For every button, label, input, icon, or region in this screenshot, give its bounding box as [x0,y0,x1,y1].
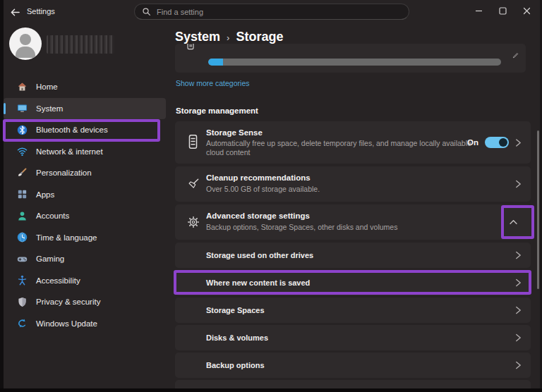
apps-grid-icon [16,188,28,201]
chevron-right-icon [515,306,522,315]
chevron-right-icon [515,278,522,288]
sidebar-nav: Home System [4,76,166,334]
person-icon [16,209,28,222]
sidebar-item-label: System [36,104,63,113]
backup-options-row[interactable]: Backup options [175,353,531,378]
sidebar-item-accounts[interactable]: Accounts [4,205,166,227]
bottom-border [0,388,542,392]
app-title: Settings [27,7,55,16]
sidebar-item-label: Personalization [36,169,92,177]
advanced-storage-settings-row[interactable]: Advanced storage settings Backup options… [175,204,531,240]
accessibility-icon [16,274,28,287]
advanced-title: Advanced storage settings [206,212,310,220]
sidebar-item-gaming[interactable]: Gaming [4,248,166,270]
gamepad-icon [16,252,28,265]
avatar [9,27,42,60]
chevron-right-icon [515,333,522,343]
search-input[interactable] [157,8,402,16]
update-icon [16,317,28,330]
chevron-right-icon [515,138,522,147]
storage-sense-row[interactable]: Storage Sense Automatically free up spac… [175,121,531,164]
main-content: System › Storage Show more categories [169,24,542,388]
storage-sense-title: Storage Sense [206,128,263,137]
back-button[interactable] [8,6,22,18]
chevron-right-icon [515,251,522,260]
sidebar-item-label: Home [36,82,58,91]
user-name-redacted [47,35,114,54]
paintbrush-icon [16,166,28,179]
gear-icon [187,216,200,228]
edit-button[interactable] [507,47,523,62]
maximize-button[interactable] [490,0,514,21]
storage-sense-toggle[interactable] [485,137,509,148]
chevron-right-icon [515,180,522,189]
disks-volumes-row[interactable]: Disks & volumes [175,325,531,350]
cleanup-title: Cleanup recommendations [206,173,311,182]
storage-category-icon [185,44,196,55]
sidebar-item-windows-update[interactable]: Windows Update [4,313,166,335]
sidebar-item-home[interactable]: Home [4,76,166,98]
breadcrumb-parent[interactable]: System [175,30,220,44]
sidebar: Home System [4,24,169,388]
subrow-label: Disks & volumes [206,333,268,342]
storage-sense-icon [187,134,199,149]
sidebar-item-label: Apps [36,190,54,199]
sidebar-item-label: Network & internet [36,147,103,156]
show-more-categories-link[interactable]: Show more categories [176,79,249,87]
left-border [0,0,4,392]
subrow-label: Storage used on other drives [206,251,313,259]
cleanup-recommendations-row[interactable]: Cleanup recommendations Over 5.00 GB of … [175,166,531,202]
storage-usage-bar [208,59,501,66]
section-title: Storage management [176,106,258,115]
minimize-button[interactable] [466,0,490,21]
pencil-icon [512,51,519,59]
storage-other-drives-row[interactable]: Storage used on other drives [175,243,531,268]
sidebar-item-label: Gaming [36,255,64,263]
broom-icon [187,177,200,190]
sidebar-item-network-internet[interactable]: Network & internet [4,141,166,163]
sidebar-item-time-language[interactable]: Time & language [4,227,166,249]
subrow-label: Storage Spaces [206,306,265,314]
storage-usage-fill [208,59,223,66]
window-controls [466,0,538,21]
toggle-knob [499,138,507,147]
sidebar-item-apps[interactable]: Apps [4,184,166,206]
breadcrumb: System › Storage [175,30,283,44]
sidebar-item-label: Privacy & security [36,298,100,306]
sidebar-item-label: Accounts [36,212,69,220]
cleanup-description: Over 5.00 GB of storage available. [206,185,320,194]
subrow-label: Where new content is saved [206,278,310,287]
clock-globe-icon [16,231,28,244]
search-box[interactable] [134,4,409,20]
chevron-up-icon [509,219,518,225]
subrow-label: Backup options [206,361,265,369]
sidebar-item-bluetooth-devices[interactable]: Bluetooth & devices [4,119,166,141]
settings-window: Settings [0,0,542,392]
shield-icon [16,295,28,308]
where-new-content-saved-row[interactable]: Where new content is saved [175,270,531,295]
scrollbar-thumb[interactable] [537,130,539,289]
storage-sense-description: Automatically free up space, delete temp… [206,139,488,157]
back-arrow-icon [10,7,20,18]
sidebar-item-accessibility[interactable]: Accessibility [4,270,166,292]
chevron-right-icon [515,361,522,370]
sidebar-item-privacy-security[interactable]: Privacy & security [4,291,166,313]
advanced-description: Backup options, Storage Spaces, other di… [206,223,397,232]
breadcrumb-separator: › [227,31,229,43]
sidebar-item-label: Bluetooth & devices [36,125,108,134]
sidebar-item-system[interactable]: System [4,98,166,120]
search-icon [142,7,151,16]
home-icon [16,80,28,93]
storage-spaces-row[interactable]: Storage Spaces [175,298,531,323]
titlebar: Settings [0,0,542,24]
bluetooth-icon [16,123,28,136]
sidebar-item-label: Accessibility [36,276,80,285]
sidebar-item-personalization[interactable]: Personalization [4,162,166,184]
wifi-icon [16,145,28,158]
sidebar-item-label: Windows Update [36,319,97,328]
storage-category-row-partial[interactable] [175,44,526,73]
collapse-expander-button[interactable] [505,214,522,230]
close-button[interactable] [514,0,538,21]
sidebar-item-label: Time & language [36,233,97,242]
system-icon [16,102,28,115]
